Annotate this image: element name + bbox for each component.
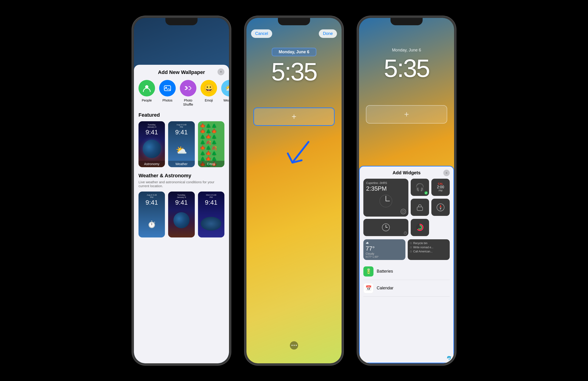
- airpods-icon: 🎧: [415, 183, 424, 191]
- weather-temp: 77°: [366, 245, 403, 252]
- widget-city-time: 2:35PM: [366, 185, 406, 192]
- add-widgets-header: Add Widgets ×: [363, 170, 450, 175]
- phone-1-screen: Add New Wallpaper × People: [134, 18, 229, 363]
- add-widgets-close[interactable]: ×: [443, 170, 450, 176]
- dot-2: [294, 345, 295, 346]
- phone3-volume-down-button: [357, 110, 358, 133]
- photos-label: Photos: [162, 98, 172, 103]
- volume-down-button: [132, 110, 132, 133]
- wa-date-3: Mon 6 5:49 PM: [204, 194, 218, 198]
- reminders-widget-card[interactable]: Recycle bin Write nomad e... Call Americ…: [408, 239, 450, 260]
- lock-widget[interactable]: [411, 199, 429, 216]
- cancel-button[interactable]: Cancel: [251, 29, 272, 38]
- phone2-clock[interactable]: 5:35: [271, 57, 317, 86]
- reminder-text-2: Write nomad e...: [413, 246, 433, 249]
- type-shuffle[interactable]: PhotoShuffle: [180, 80, 196, 106]
- phone-3-screen: Monday, June 6 5:35 + Add Widgets ×: [359, 18, 454, 363]
- weather-widget-card[interactable]: ☁️ 77° Cloudy H:77° L:60° 🐬: [363, 239, 405, 260]
- batteries-app-item[interactable]: 🔋 Batteries: [363, 263, 450, 280]
- wa-mini-2: Tuesday, January 9 9:41: [175, 194, 188, 206]
- astronomy-card[interactable]: Tuesday, January 9 9:41 Astronomy: [139, 121, 165, 167]
- weather-mini-clock: 9:41: [175, 129, 188, 136]
- airpods-widget[interactable]: 🎧: [411, 179, 429, 196]
- mute-button: [132, 64, 132, 78]
- phone-3-background: Monday, June 6 5:35 + Add Widgets ×: [359, 18, 454, 363]
- batteries-app-icon: 🔋: [363, 266, 374, 276]
- clock-icon-small: [400, 209, 406, 214]
- phones-container: Add New Wallpaper × People: [132, 16, 456, 365]
- sheet-close-button[interactable]: ×: [217, 68, 224, 75]
- calendar-ampm: PM: [439, 189, 443, 192]
- add-wallpaper-sheet: Add New Wallpaper × People: [134, 65, 229, 363]
- phone3-widget-area[interactable]: +: [366, 105, 447, 124]
- type-people[interactable]: People: [139, 80, 155, 106]
- reminder-item-3: Call American...: [410, 250, 447, 253]
- emoji-content: 🍁🌲🌲🍁🌲🍁🌲🍁🌲🌲🍂🌲🍁🌲🍂🌲🍁🌲🌲🍁🌲🍁🌲🍁: [198, 121, 224, 167]
- reminder-dot-2: [410, 246, 412, 248]
- type-photos[interactable]: Photos: [159, 80, 176, 106]
- phone2-volume-up-button: [245, 82, 245, 105]
- volume-up-button: [132, 82, 132, 105]
- svg-rect-9: [417, 207, 423, 211]
- fitness-ring-widget[interactable]: [411, 219, 429, 236]
- type-weather[interactable]: ⛅ Weather: [221, 80, 229, 106]
- type-emoji[interactable]: 😀 Emoji: [201, 80, 217, 106]
- arrow-annotation: [274, 128, 320, 174]
- wa-mini-1: Aug 6 5:49 PM 9:41: [145, 194, 158, 206]
- emoji-label: Emoji: [205, 98, 213, 103]
- phone2-widget-plus: +: [292, 112, 296, 122]
- emoji-featured-card[interactable]: 🍁🌲🌲🍁🌲🍁🌲🍁🌲🌲🍂🌲🍁🌲🍂🌲🍁🌲🌲🍁🌲🍁🌲🍁 Emoji: [198, 121, 224, 167]
- weather-featured-label: Weather: [168, 161, 194, 167]
- calendar-app-icon: 📅: [363, 283, 374, 293]
- weather-mini-date: Aug 6 5:49 PM: [175, 124, 188, 128]
- phone-1-background: Add New Wallpaper × People: [134, 18, 229, 363]
- widget-preview-grid: Cupertino -3HRS 2:35PM: [363, 179, 450, 236]
- batteries-app-name: Batteries: [377, 269, 393, 274]
- phone2-more-button[interactable]: [290, 341, 298, 350]
- weather-icon: ⛅: [221, 80, 229, 96]
- phone-1: Add New Wallpaper × People: [132, 16, 231, 365]
- svg-marker-12: [440, 207, 441, 210]
- astronomy-mini-preview: Tuesday, January 9 9:41: [145, 124, 158, 136]
- reminder-item-1: Recycle bin: [410, 242, 447, 245]
- phone2-topbar: Cancel Done: [251, 29, 337, 38]
- phone-2: Cancel Done Monday, June 6 5:35 +: [245, 16, 343, 365]
- people-icon: [139, 80, 155, 96]
- weather-mini-preview: Aug 6 5:49 PM 9:41: [175, 124, 188, 136]
- world-clock-widget[interactable]: Cupertino -3HRS 2:35PM: [363, 179, 408, 216]
- sheet-header: Add New Wallpaper ×: [139, 69, 224, 75]
- phone3-mute-button: [357, 64, 358, 78]
- emoji-icon: 😀: [201, 80, 217, 96]
- calendar-app-item[interactable]: 📅 Calendar: [363, 280, 450, 297]
- phone3-date: Monday, June 6: [392, 48, 421, 53]
- wa-date-1: Aug 6 5:49 PM: [145, 194, 158, 198]
- weather-astronomy-desc: Live weather and astronomical conditions…: [139, 180, 224, 188]
- add-widgets-panel: Add Widgets × Cupertino -3HRS 2:35PM: [359, 166, 454, 363]
- emoji-featured-label: Emoji: [198, 161, 224, 167]
- wa-card-3[interactable]: Mon 6 5:49 PM 9:41: [198, 191, 224, 237]
- wa-card-2[interactable]: Tuesday, January 9 9:41: [168, 191, 194, 237]
- phone3-clock[interactable]: 5:35: [384, 54, 429, 83]
- calendar-app-name: Calendar: [377, 286, 394, 291]
- wa-clock-1: 9:41: [145, 199, 158, 206]
- phone-2-background: Cancel Done Monday, June 6 5:35 +: [247, 18, 341, 363]
- weather-featured-card[interactable]: Aug 6 5:49 PM 9:41 ⛅ Weather: [168, 121, 194, 167]
- wa-card-1[interactable]: Aug 6 5:49 PM 9:41 ⏱️: [139, 191, 165, 237]
- featured-grid: Tuesday, January 9 9:41 Astronomy Aug 6 …: [139, 121, 224, 167]
- astronomy-label: Astronomy: [139, 161, 165, 167]
- shuffle-label: PhotoShuffle: [183, 98, 193, 106]
- reminder-dot-1: [410, 242, 412, 244]
- clock-widget[interactable]: [363, 219, 408, 236]
- phone2-date-pill[interactable]: Monday, June 6: [272, 48, 316, 56]
- calendar-widget-small[interactable]: CAL 2:00 PM: [431, 179, 450, 196]
- wa-date-2: Tuesday, January 9: [175, 194, 188, 198]
- svg-marker-11: [440, 205, 441, 207]
- phone3-volume-up-button: [357, 82, 358, 105]
- widget-row3: ☁️ 77° Cloudy H:77° L:60° 🐬 Recycle bin: [363, 239, 450, 260]
- compass-widget[interactable]: [431, 199, 450, 216]
- phone2-power-button: [343, 87, 343, 117]
- phone2-widget-area[interactable]: +: [253, 107, 335, 126]
- astronomy-clock: 9:41: [145, 129, 158, 136]
- done-button[interactable]: Done: [319, 29, 337, 38]
- phone-3: Monday, June 6 5:35 + Add Widgets ×: [357, 16, 456, 365]
